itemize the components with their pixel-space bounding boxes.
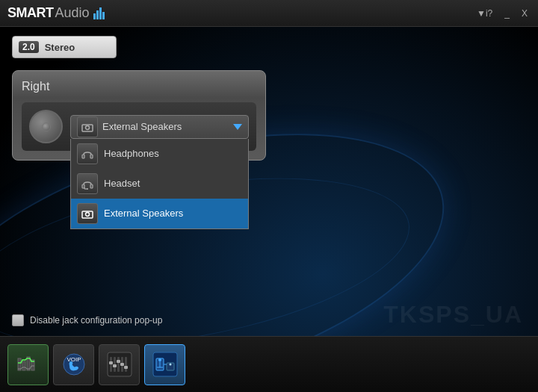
app-logo: SMART Audio <box>7 5 105 21</box>
svg-rect-22 <box>125 357 127 372</box>
jack-config-checkbox-area[interactable]: Disable jack configuration pop-up <box>12 314 162 326</box>
device-dropdown[interactable]: External Speakers Headphones <box>70 115 249 139</box>
main-content: 2.0 Stereo Right External Speakers <box>0 27 538 169</box>
taskbar-app-equalizer[interactable] <box>7 344 49 385</box>
titlebar: SMART Audio ▼i? _ X <box>0 0 538 27</box>
stereo-label: Stereo <box>45 42 75 53</box>
channel-inner: External Speakers Headphones <box>22 102 256 151</box>
stereo-selector[interactable]: 2.0 Stereo <box>12 36 117 58</box>
mixer-app-icon <box>106 351 133 378</box>
taskbar-app-network[interactable] <box>144 344 185 385</box>
close-button[interactable]: X <box>519 7 531 20</box>
headset-label: Headset <box>104 178 140 189</box>
disable-jack-checkbox[interactable] <box>12 314 24 326</box>
external-speakers-label: External Speakers <box>104 208 183 219</box>
voip-app-icon: VOIP <box>61 351 87 378</box>
dropdown-selected-label: External Speakers <box>102 121 182 132</box>
svg-point-1 <box>86 125 90 129</box>
selected-device-icon <box>77 116 98 137</box>
network-app-icon <box>152 351 179 378</box>
headphones-label: Headphones <box>104 148 159 159</box>
svg-rect-3 <box>90 155 93 158</box>
equalizer-app-icon <box>16 352 40 376</box>
disable-jack-label: Disable jack configuration pop-up <box>30 315 162 326</box>
svg-rect-26 <box>120 363 124 366</box>
taskbar-app-mixer[interactable] <box>99 344 140 385</box>
window-controls[interactable]: ▼i? _ X <box>474 7 531 20</box>
svg-rect-25 <box>117 360 120 363</box>
headphones-icon <box>77 143 98 164</box>
dropdown-menu: Headphones <box>70 139 249 229</box>
svg-point-31 <box>158 358 161 361</box>
svg-point-8 <box>87 188 88 190</box>
svg-rect-2 <box>82 155 84 158</box>
taskbar-app-voip[interactable]: VOIP <box>53 344 94 385</box>
headset-icon <box>77 173 98 194</box>
watermark-text: TKSPS_UA <box>383 301 523 329</box>
channel-panel: Right External Speakers <box>12 70 266 161</box>
svg-rect-27 <box>124 366 128 369</box>
external-speakers-icon <box>77 203 98 224</box>
svg-point-35 <box>169 364 171 366</box>
logo-audio-text: Audio <box>55 5 90 21</box>
speaker-dot <box>42 122 51 131</box>
svg-rect-24 <box>113 364 117 367</box>
channel-title: Right <box>22 80 256 93</box>
dropdown-item-headphones[interactable]: Headphones <box>71 139 248 169</box>
wifi-indicator-icon: ▼i? <box>474 7 495 20</box>
svg-point-10 <box>86 212 90 216</box>
svg-rect-12 <box>22 361 25 370</box>
svg-rect-20 <box>117 357 120 372</box>
svg-rect-23 <box>109 361 113 364</box>
svg-rect-5 <box>90 184 93 188</box>
logo-bars-icon <box>93 7 105 19</box>
channel-count-badge: 2.0 <box>19 41 39 53</box>
svg-text:VOIP: VOIP <box>67 356 81 363</box>
minimize-button[interactable]: _ <box>501 7 513 20</box>
dropdown-item-external-speakers[interactable]: External Speakers <box>71 199 248 228</box>
dropdown-selected[interactable]: External Speakers <box>70 115 249 139</box>
taskbar: VOIP <box>0 336 538 392</box>
logo-smart-text: SMART <box>7 5 54 21</box>
dropdown-item-headset[interactable]: Headset <box>71 169 248 199</box>
dropdown-arrow-icon <box>233 124 242 130</box>
speaker-visual <box>29 110 63 143</box>
